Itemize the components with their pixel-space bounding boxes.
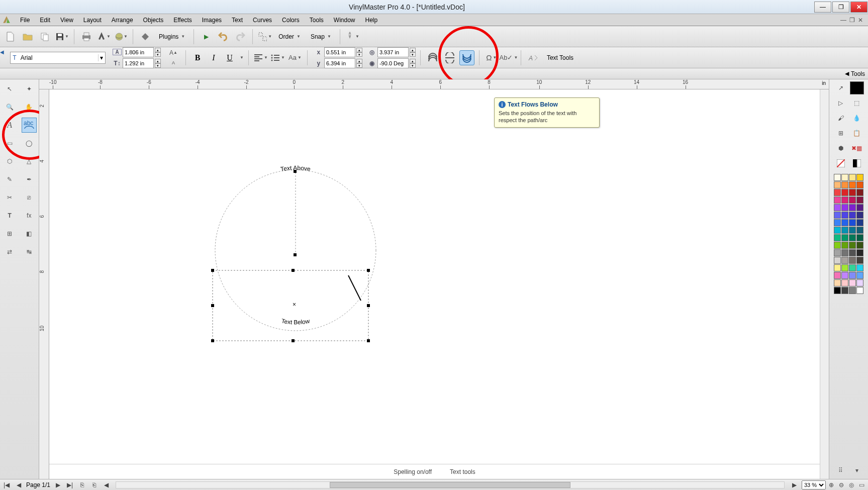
star-tool[interactable]: △ (22, 154, 37, 169)
pos-x-up[interactable]: ▴ (356, 48, 362, 52)
eyedropper-button[interactable]: ↗ (834, 81, 848, 94)
menu-window[interactable]: Window (329, 16, 360, 25)
text-width-up[interactable]: ▴ (155, 48, 161, 52)
current-color-swatch[interactable] (850, 81, 864, 94)
color-swatch[interactable] (856, 174, 863, 181)
color-picker-button[interactable]: 🖌 (834, 112, 848, 125)
color-swatch[interactable] (841, 212, 848, 219)
polygon-tool[interactable]: ⬡ (2, 154, 17, 169)
align-button[interactable]: ▼ (253, 50, 268, 65)
pencil-tool[interactable]: ✎ (2, 172, 17, 187)
color-swatch[interactable] (849, 279, 856, 286)
color-swatch[interactable] (841, 287, 848, 294)
stroke-none-button[interactable]: ⬚ (850, 96, 864, 110)
scroll-left-button[interactable]: ◀ (102, 481, 111, 488)
color-swatch[interactable] (834, 234, 841, 241)
color-swatch[interactable] (841, 242, 848, 249)
color-swatch[interactable] (856, 204, 863, 211)
pos-y-up[interactable]: ▴ (356, 59, 362, 63)
color-swatch[interactable] (834, 279, 841, 286)
color-swatch[interactable] (856, 242, 863, 249)
radius-down[interactable]: ▾ (410, 52, 416, 57)
bw-swatch[interactable] (850, 157, 864, 170)
copy-button[interactable] (37, 29, 52, 44)
color-swatch[interactable] (834, 204, 841, 211)
select-mode-button[interactable]: ▼ (257, 29, 272, 44)
color-swatch[interactable] (849, 219, 856, 226)
font-family-input[interactable] (19, 54, 98, 61)
pos-y-down[interactable]: ▾ (356, 63, 362, 68)
pointer-tool[interactable]: ↖ (2, 81, 17, 96)
pos-y-input[interactable] (324, 58, 355, 68)
ruler-vertical[interactable]: 246810 (39, 89, 49, 479)
text-width-input[interactable] (123, 47, 154, 57)
arc-text-below[interactable]: Text Below (281, 318, 311, 326)
radius-input[interactable] (377, 47, 409, 57)
color-swatch[interactable] (841, 279, 848, 286)
bold-button[interactable]: B (190, 51, 205, 65)
clipboard-button[interactable]: 📋 (850, 127, 864, 140)
ruler-horizontal[interactable]: in -10-8-6-4-20246810121416 (39, 79, 829, 89)
increase-size-button[interactable]: A▲ (166, 48, 181, 57)
node-edit-tool[interactable]: ✦ (22, 81, 37, 96)
angle-down[interactable]: ▾ (410, 63, 416, 68)
menu-curves[interactable]: Curves (248, 16, 277, 25)
color-swatch[interactable] (856, 249, 863, 256)
open-file-button[interactable] (20, 29, 35, 44)
color-swatch[interactable] (849, 234, 856, 241)
text-flows-below-button[interactable] (459, 50, 474, 65)
color-swatch[interactable] (841, 181, 848, 188)
menu-colors[interactable]: Colors (277, 16, 305, 25)
color-swatch[interactable] (856, 197, 863, 204)
color-swatch[interactable] (849, 189, 856, 196)
shape-tool[interactable]: ◧ (22, 226, 37, 241)
color-swatch[interactable] (834, 219, 841, 226)
new-file-button[interactable] (3, 29, 18, 44)
save-button[interactable]: ▼ (54, 29, 69, 44)
color-swatch[interactable] (841, 204, 848, 211)
text-height-up[interactable]: ▴ (155, 59, 161, 63)
text-tools-icon[interactable]: A (526, 50, 541, 65)
angle-up[interactable]: ▴ (410, 59, 416, 63)
arc-text-object[interactable]: Text Above Text Below × (200, 150, 391, 341)
text-width-down[interactable]: ▾ (155, 52, 161, 57)
layers-button[interactable]: ⬢ (834, 142, 848, 155)
text-tools-link[interactable]: Text tools (450, 468, 475, 475)
color-swatch[interactable] (834, 212, 841, 219)
page-last-button[interactable]: ▶| (65, 481, 74, 488)
text-tool[interactable]: A (2, 118, 17, 133)
zoom-combo[interactable]: 33 % (802, 480, 826, 489)
color-swatch[interactable] (841, 227, 848, 234)
page-add-button[interactable]: ⎘ (77, 481, 86, 488)
color-swatch[interactable] (849, 287, 856, 294)
color-palette[interactable] (834, 174, 863, 294)
no-fill-icon[interactable] (834, 157, 848, 170)
text-tools-button[interactable]: Text Tools (543, 50, 577, 65)
mdi-restore-button[interactable]: ❐ (849, 17, 855, 24)
collapse-left-icon[interactable]: ◀ (0, 49, 4, 55)
dimension-tool[interactable]: T (2, 208, 17, 223)
color-swatch[interactable] (849, 242, 856, 249)
page-manage-button[interactable]: ⎗ (89, 481, 99, 488)
page-next-button[interactable]: ▶ (53, 481, 62, 488)
color-swatch[interactable] (849, 227, 856, 234)
plugins-button[interactable]: Plugins▼ (155, 29, 189, 44)
pan-tool[interactable]: ✋ (22, 100, 37, 115)
color-swatch[interactable] (834, 227, 841, 234)
zoom-out-button[interactable]: ⊖ (837, 481, 846, 488)
pen-tool[interactable]: ✒ (22, 172, 37, 187)
pos-x-down[interactable]: ▾ (356, 52, 362, 57)
color-swatch[interactable] (849, 264, 856, 271)
zoom-fit-button[interactable]: ◎ (847, 481, 856, 488)
fill-none-button[interactable]: ▷ (834, 96, 848, 110)
font-dropdown-caret[interactable]: ▾ (98, 54, 105, 61)
color-swatch[interactable] (841, 234, 848, 241)
color-swatch[interactable] (834, 249, 841, 256)
color-swatch[interactable] (856, 212, 863, 219)
spelling-toggle-link[interactable]: Spelling on/off (394, 468, 432, 475)
radius-up[interactable]: ▴ (410, 48, 416, 52)
color-swatch[interactable] (856, 257, 863, 264)
mdi-close-button[interactable]: ✕ (858, 17, 863, 24)
color-swatch[interactable] (841, 174, 848, 181)
text-height-down[interactable]: ▾ (155, 63, 161, 68)
